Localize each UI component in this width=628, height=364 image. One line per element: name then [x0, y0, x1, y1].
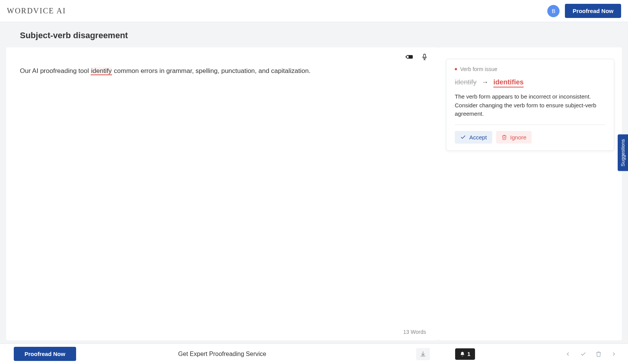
download-icon	[420, 351, 426, 358]
accept-button[interactable]: Accept	[455, 131, 492, 144]
text-before-error: Our AI proofreading tool	[20, 67, 91, 74]
check-icon	[580, 351, 586, 357]
bottom-bar: Proofread Now Get Expert Proofreading Se…	[0, 343, 628, 364]
replacement-word[interactable]: identifies	[493, 78, 524, 87]
header-right: B Proofread Now	[547, 4, 621, 18]
chevron-left-icon	[565, 351, 571, 357]
arrow-icon: →	[482, 78, 488, 86]
nav-controls	[565, 351, 617, 358]
word-count-label: 13 Words	[403, 329, 426, 335]
issue-dot-icon	[455, 68, 457, 70]
prev-suggestion-button[interactable]	[565, 351, 571, 358]
check-icon	[460, 134, 466, 140]
top-header: WORDVICE AI B Proofread Now	[0, 0, 628, 22]
next-suggestion-button[interactable]	[610, 351, 617, 358]
proofread-now-button-header[interactable]: Proofread Now	[565, 4, 621, 18]
notification-count: 1	[467, 351, 470, 357]
text-after-error: common errors in grammar, spelling, punc…	[112, 67, 311, 74]
suggestion-card: Verb form issue identify → identifies Th…	[446, 59, 614, 151]
card-actions: Accept Ignore	[455, 131, 605, 144]
app-logo: WORDVICE AI	[7, 6, 66, 15]
ignore-button[interactable]: Ignore	[496, 131, 532, 144]
bottom-left: Proofread Now Get Expert Proofreading Se…	[0, 347, 444, 361]
editor-text-area[interactable]: Our AI proofreading tool identify common…	[6, 47, 438, 340]
ignore-label: Ignore	[510, 134, 527, 141]
accept-all-button[interactable]	[580, 351, 587, 358]
suggestions-sidebar: Verb form issue identify → identifies Th…	[438, 47, 622, 340]
editor-panel: Our AI proofreading tool identify common…	[6, 47, 438, 340]
suggestions-side-tab[interactable]: Suggestions	[618, 134, 628, 171]
delete-suggestion-button[interactable]	[595, 351, 602, 358]
main-area: Our AI proofreading tool identify common…	[0, 47, 628, 364]
download-button[interactable]	[416, 348, 430, 360]
correction-line: identify → identifies	[455, 78, 605, 86]
expert-service-link[interactable]: Get Expert Proofreading Service	[178, 351, 266, 358]
svg-rect-0	[424, 54, 426, 58]
trash-icon	[501, 134, 507, 140]
issue-type-row: Verb form issue	[455, 66, 605, 72]
trash-icon	[595, 351, 602, 357]
issue-type-label: Verb form issue	[460, 66, 497, 72]
original-word: identify	[455, 78, 477, 86]
proofread-now-button-bottom[interactable]: Proofread Now	[14, 347, 76, 361]
user-avatar[interactable]: B	[547, 5, 560, 17]
page-title: Subject-verb disagreement	[0, 22, 628, 47]
error-word-highlight[interactable]: identify	[91, 67, 112, 75]
eraser-icon[interactable]	[405, 53, 414, 61]
chevron-right-icon	[611, 351, 617, 357]
accept-label: Accept	[469, 134, 487, 141]
notification-badge[interactable]: 1	[455, 348, 475, 360]
microphone-icon[interactable]	[421, 53, 429, 61]
suggestion-explanation: The verb form appears to be incorrect or…	[455, 92, 605, 125]
bottom-right: 1	[444, 348, 628, 360]
bell-icon	[460, 351, 465, 357]
editor-toolbar	[405, 53, 429, 61]
